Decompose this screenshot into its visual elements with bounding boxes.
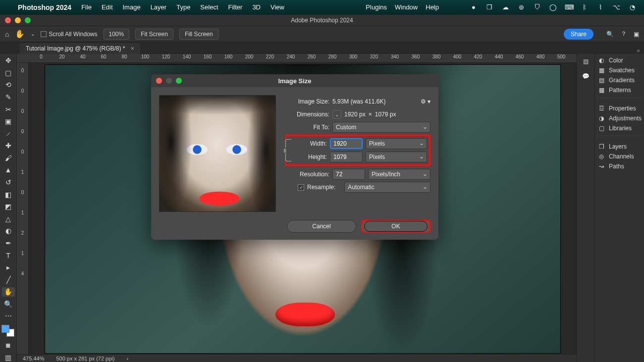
scroll-all-windows-checkbox[interactable]: Scroll All Windows xyxy=(41,31,97,38)
pen-tool[interactable]: ✒ xyxy=(2,239,15,248)
dimensions-dropdown-icon[interactable]: ⌄ xyxy=(332,110,341,119)
hand-tool[interactable]: ✋ xyxy=(2,287,15,297)
dodge-tool[interactable]: ◐ xyxy=(2,226,15,236)
app-name[interactable]: Photoshop 2024 xyxy=(18,3,71,11)
dialog-preview[interactable] xyxy=(159,95,276,212)
panel-libraries[interactable]: ▢Libraries xyxy=(597,125,642,132)
panel-color[interactable]: ◐Color xyxy=(597,57,642,64)
history-brush-tool[interactable]: ↺ xyxy=(2,178,15,187)
panel-channels[interactable]: ◎Channels xyxy=(597,153,642,160)
clone-stamp-tool[interactable]: ▲ xyxy=(2,165,15,175)
home-icon[interactable]: ⌂ xyxy=(5,30,9,38)
brush-tool[interactable]: 🖌 xyxy=(2,154,15,163)
cloud-icon[interactable]: ☁ xyxy=(501,3,509,11)
zoom-tool[interactable]: 🔍 xyxy=(2,300,15,309)
menu-select[interactable]: Select xyxy=(200,3,218,11)
marquee-tool[interactable]: ▢ xyxy=(2,68,15,78)
circle-icon[interactable]: ◯ xyxy=(549,3,557,11)
move-tool[interactable]: ✥ xyxy=(2,56,15,65)
panel-paths[interactable]: ↝Paths xyxy=(597,163,642,170)
menu-plugins[interactable]: Plugins xyxy=(366,3,387,11)
path-select-tool[interactable]: ▸ xyxy=(2,263,15,272)
share-button[interactable]: Share xyxy=(564,29,593,40)
minimize-window-icon[interactable] xyxy=(15,17,21,23)
help-icon[interactable]: ？ xyxy=(621,30,627,38)
document-tab[interactable]: Tutorial Image.jpg @ 475% (RGB/8) * × xyxy=(20,43,140,54)
fit-screen-button[interactable]: Fit Screen xyxy=(135,29,173,40)
cc-icon[interactable]: ⊚ xyxy=(517,3,525,11)
dialog-titlebar[interactable]: Image Size xyxy=(151,74,438,87)
menu-type[interactable]: Type xyxy=(176,3,190,11)
menu-layer[interactable]: Layer xyxy=(151,3,167,11)
shield-icon[interactable]: ⛉ xyxy=(533,3,541,11)
width-unit-dropdown[interactable]: Pixels xyxy=(366,138,427,149)
height-input[interactable] xyxy=(330,152,363,162)
gradient-tool[interactable]: ◩ xyxy=(2,202,15,211)
control-center-icon[interactable]: ⌥ xyxy=(612,3,620,11)
menu-file[interactable]: File xyxy=(81,3,92,11)
screens-icon[interactable]: ❐ xyxy=(485,3,493,11)
blur-tool[interactable]: △ xyxy=(2,214,15,224)
ruler-horizontal[interactable]: 0204060801001201401601802002202402602803… xyxy=(17,54,577,63)
panel-properties[interactable]: ☲Properties xyxy=(597,105,642,112)
type-tool[interactable]: T xyxy=(2,251,15,260)
ok-button[interactable]: OK xyxy=(364,221,428,232)
more-tools[interactable]: ⋯ xyxy=(2,311,15,321)
panel-adjustments[interactable]: ◑Adjustments xyxy=(597,115,642,122)
panel-patterns[interactable]: ▩Patterns xyxy=(597,87,642,94)
width-input[interactable] xyxy=(330,138,363,149)
window-traffic-lights xyxy=(5,17,31,23)
menu-help[interactable]: Help xyxy=(426,3,439,11)
ruler-vertical[interactable]: 00000101214 xyxy=(17,63,29,354)
height-unit-dropdown[interactable]: Pixels xyxy=(366,152,427,162)
resolution-unit-dropdown[interactable]: Pixels/Inch xyxy=(368,169,430,180)
status-doc-info[interactable]: 500 px x 281 px (72 ppi) xyxy=(56,356,114,362)
healing-brush-tool[interactable]: ✚ xyxy=(2,141,15,151)
input-icon[interactable]: ⌨ xyxy=(565,3,573,11)
panel-b-icon[interactable]: 💬 xyxy=(581,71,591,82)
quick-mask-tool[interactable]: ◙ xyxy=(2,341,15,350)
menu-window[interactable]: Window xyxy=(395,3,418,11)
user-icon[interactable]: ◔ xyxy=(628,3,636,11)
status-chevron-icon[interactable]: › xyxy=(126,356,128,362)
hand-tool-icon[interactable]: ✋ xyxy=(15,29,25,39)
panel-a-icon[interactable]: ▤ xyxy=(581,56,591,67)
maximize-window-icon[interactable] xyxy=(25,17,31,23)
bluetooth-icon[interactable]: ᛒ xyxy=(581,3,589,11)
menu-image[interactable]: Image xyxy=(123,3,141,11)
cancel-button[interactable]: Cancel xyxy=(287,220,356,233)
quick-select-tool[interactable]: ✎ xyxy=(2,93,15,102)
status-zoom[interactable]: 475.44% xyxy=(23,356,44,362)
panel-swatches[interactable]: ▦Swatches xyxy=(597,67,642,74)
panel-gradients[interactable]: ▤Gradients xyxy=(597,77,642,84)
menu-3d[interactable]: 3D xyxy=(252,3,261,11)
wifi-icon[interactable]: ⌇ xyxy=(596,3,604,11)
resolution-input[interactable] xyxy=(332,169,365,180)
shape-tool[interactable]: ╱ xyxy=(2,275,15,284)
panel-layers[interactable]: ❒Layers xyxy=(597,143,642,150)
constrain-proportions-icon[interactable] xyxy=(285,139,291,161)
close-window-icon[interactable] xyxy=(5,17,11,23)
resample-dropdown[interactable]: Automatic xyxy=(344,182,430,193)
gear-icon[interactable]: ⚙ ▾ xyxy=(421,98,430,105)
workspace-icon[interactable]: ▣ xyxy=(634,31,639,38)
frame-tool[interactable]: ▣ xyxy=(2,117,15,126)
fit-to-dropdown[interactable]: Custom xyxy=(332,122,430,133)
color-swatches[interactable] xyxy=(1,325,15,338)
zoom-100-button[interactable]: 100% xyxy=(104,29,130,40)
menu-filter[interactable]: Filter xyxy=(228,3,243,11)
fill-screen-button[interactable]: Fill Screen xyxy=(179,29,218,40)
tool-preset-chevron-icon[interactable]: ⌄ xyxy=(31,31,35,37)
close-tab-icon[interactable]: × xyxy=(131,45,134,52)
crop-tool[interactable]: ✂ xyxy=(2,104,15,114)
menu-edit[interactable]: Edit xyxy=(102,3,112,11)
eyedropper-tool[interactable]: ⟋ xyxy=(2,129,15,138)
menu-view[interactable]: View xyxy=(270,3,284,11)
record-icon[interactable]: ● xyxy=(470,3,478,11)
resample-checkbox[interactable]: ✓ xyxy=(298,184,304,191)
tab-overflow-icon[interactable]: » xyxy=(637,47,640,54)
screen-mode-tool[interactable]: ▥ xyxy=(2,353,15,362)
eraser-tool[interactable]: ◧ xyxy=(2,190,15,199)
lasso-tool[interactable]: ⟲ xyxy=(2,80,15,90)
search-icon[interactable]: 🔍 xyxy=(606,31,614,38)
